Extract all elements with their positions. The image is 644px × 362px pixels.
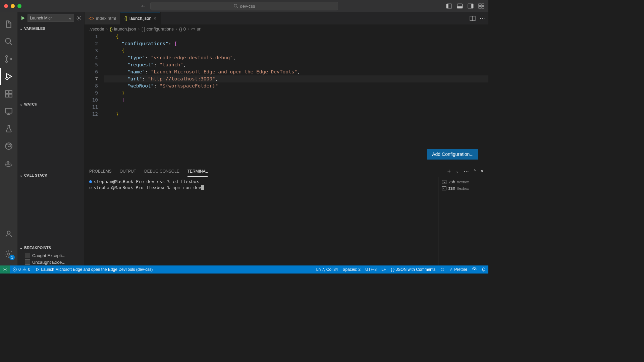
terminal-output[interactable]: stephan@MacBook-Pro dev-css % cd flexbox… xyxy=(85,177,438,265)
panel-tab-problems[interactable]: PROBLEMS xyxy=(89,166,112,176)
close-panel-icon[interactable]: × xyxy=(481,168,484,174)
close-window-button[interactable] xyxy=(4,4,8,8)
activity-account[interactable] xyxy=(0,225,17,243)
activity-edge[interactable] xyxy=(0,137,17,155)
code-content[interactable]: { "configurations": [ { "type": "vscode-… xyxy=(104,33,488,165)
debug-icon xyxy=(35,267,40,272)
status-debug-target[interactable]: Launch Microsoft Edge and open the Edge … xyxy=(33,265,155,274)
status-errors[interactable]: 0 0 xyxy=(10,265,33,274)
activity-git[interactable] xyxy=(0,50,17,68)
launch-config-select[interactable]: Launch Micr ⌄ xyxy=(28,14,74,22)
customize-layout-icon[interactable] xyxy=(478,3,484,9)
activity-docker[interactable] xyxy=(0,155,17,172)
tab-label: launch.json xyxy=(129,16,152,21)
panel-tab-terminal[interactable]: TERMINAL xyxy=(187,166,208,176)
layout-panel-icon[interactable] xyxy=(457,3,463,9)
prettier-label: Prettier xyxy=(454,267,467,272)
chevron-right-icon: › xyxy=(138,26,140,32)
section-breakpoints-body: Caught Excepti... Uncaught Exce... xyxy=(17,252,84,265)
section-callstack-header[interactable]: ⌄ CALL STACK xyxy=(17,171,84,180)
svg-point-44 xyxy=(474,269,475,270)
chevron-down-icon: ⌄ xyxy=(19,26,23,31)
breadcrumb-segment[interactable]: 0 xyxy=(183,26,186,32)
minimize-window-button[interactable] xyxy=(11,4,15,8)
bell-icon xyxy=(481,267,486,272)
breakpoint-item[interactable]: Caught Excepti... xyxy=(17,252,84,259)
svg-line-13 xyxy=(10,43,12,45)
breakpoint-checkbox[interactable] xyxy=(25,259,30,265)
svg-point-16 xyxy=(10,58,12,60)
status-cursor[interactable]: Ln 7, Col 34 xyxy=(314,267,340,272)
terminal-instance[interactable]: zsh flexbox xyxy=(440,185,487,191)
activity-extensions[interactable] xyxy=(0,85,17,103)
new-terminal-button[interactable]: + xyxy=(447,168,451,175)
status-language[interactable]: { } JSON with Comments xyxy=(388,267,438,272)
breadcrumb-segment[interactable]: configurations xyxy=(147,26,174,32)
breakpoint-checkbox[interactable] xyxy=(25,253,30,258)
extensions-icon xyxy=(4,89,13,98)
activity-debug[interactable] xyxy=(0,68,17,85)
section-variables-label: VARIABLES xyxy=(24,26,45,31)
code-editor[interactable]: 123456789101112 { "configurations": [ { … xyxy=(85,33,488,165)
svg-rect-29 xyxy=(7,163,9,164)
status-sync[interactable] xyxy=(438,267,447,272)
breadcrumb-segment[interactable]: url xyxy=(197,26,201,32)
tab-index-html[interactable]: <> index.html xyxy=(85,12,120,24)
tab-bar: <> index.html {} launch.json × ⋯ xyxy=(85,12,488,24)
svg-point-33 xyxy=(8,253,10,255)
source-control-icon xyxy=(4,55,13,63)
activity-explorer[interactable] xyxy=(0,15,17,33)
svg-point-34 xyxy=(78,17,79,19)
search-text: dev-css xyxy=(240,4,255,9)
breadcrumb-segment[interactable]: launch.json xyxy=(114,26,136,32)
panel-tab-output[interactable]: OUTPUT xyxy=(120,166,136,176)
status-encoding[interactable]: UTF-8 xyxy=(363,267,379,272)
split-editor-icon[interactable] xyxy=(470,15,476,21)
more-actions-icon[interactable]: ⋯ xyxy=(480,15,485,21)
more-actions-icon[interactable]: ⋯ xyxy=(464,168,469,175)
activity-search[interactable] xyxy=(0,33,17,50)
section-variables-header[interactable]: ⌄ VARIABLES xyxy=(17,24,84,33)
tab-launch-json[interactable]: {} launch.json × xyxy=(120,12,161,24)
status-prettier[interactable]: ✓ Prettier xyxy=(447,267,470,272)
terminal-dropdown-icon[interactable]: ⌄ xyxy=(455,169,459,174)
activity-testing[interactable] xyxy=(0,120,17,137)
section-breakpoints-header[interactable]: ⌄ BREAKPOINTS xyxy=(17,243,84,252)
start-debugging-button[interactable] xyxy=(20,15,25,21)
status-spaces[interactable]: Spaces: 2 xyxy=(340,267,363,272)
layout-sidebar-right-icon[interactable] xyxy=(468,3,474,9)
svg-rect-10 xyxy=(479,6,481,8)
nav-back-icon[interactable]: ← xyxy=(140,3,146,10)
maximize-window-button[interactable] xyxy=(17,4,21,8)
section-callstack-body xyxy=(17,180,84,243)
svg-rect-37 xyxy=(442,180,446,184)
tab-label: index.html xyxy=(96,16,116,21)
remote-indicator[interactable] xyxy=(0,265,10,274)
svg-point-14 xyxy=(6,56,7,57)
section-breakpoints-label: BREAKPOINTS xyxy=(24,246,51,250)
terminal-instance[interactable]: zsh flexbox xyxy=(440,179,487,185)
language-label: JSON with Comments xyxy=(396,267,435,272)
search-icon xyxy=(4,37,13,46)
status-eol[interactable]: LF xyxy=(379,267,388,272)
open-launch-json-button[interactable] xyxy=(76,15,82,21)
svg-rect-22 xyxy=(9,94,12,97)
svg-rect-11 xyxy=(482,6,484,8)
activity-settings[interactable]: 1 xyxy=(0,245,17,263)
breadcrumb[interactable]: .vscode › {} launch.json › [ ] configura… xyxy=(85,24,488,33)
maximize-panel-icon[interactable]: ^ xyxy=(474,169,476,174)
check-icon: ✓ xyxy=(449,267,453,272)
activity-remote[interactable] xyxy=(0,103,17,120)
status-feedback[interactable] xyxy=(470,267,479,272)
layout-sidebar-left-icon[interactable] xyxy=(446,3,452,9)
section-watch-header[interactable]: ⌄ WATCH xyxy=(17,100,84,109)
html-file-icon: <> xyxy=(89,16,94,21)
breadcrumb-segment[interactable]: .vscode xyxy=(89,26,104,32)
command-center[interactable]: dev-css xyxy=(150,2,338,10)
add-configuration-button[interactable]: Add Configuration... xyxy=(427,149,478,160)
breakpoint-item[interactable]: Uncaught Exce... xyxy=(17,259,84,265)
panel-tab-debug-console[interactable]: DEBUG CONSOLE xyxy=(144,166,179,176)
breakpoint-label: Uncaught Exce... xyxy=(32,260,65,265)
close-tab-button[interactable]: × xyxy=(154,16,156,21)
status-notifications[interactable] xyxy=(479,267,488,272)
